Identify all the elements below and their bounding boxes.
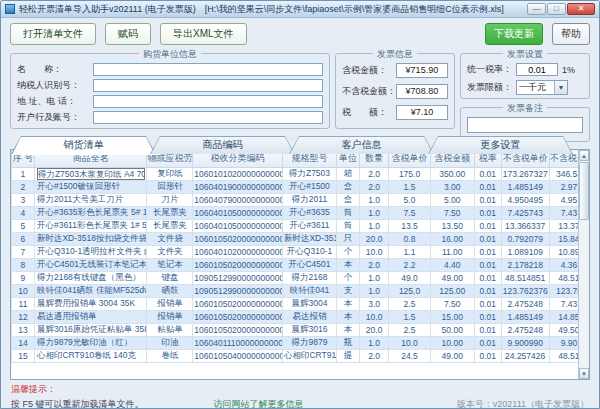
vertical-scrollbar[interactable]: ▲ ▼	[578, 150, 589, 379]
row-number-cell[interactable]: 3	[12, 193, 35, 206]
table-cell[interactable]: 0.01	[474, 349, 501, 362]
table-cell[interactable]: 1.089109	[501, 245, 549, 258]
table-cell[interactable]: 得力9879	[282, 336, 336, 349]
open-list-file-button[interactable]: 打开清单文件	[10, 23, 96, 45]
table-cell[interactable]: 11.00	[430, 245, 474, 258]
table-cell[interactable]: 7.50	[430, 297, 474, 310]
tab-sales-list[interactable]: 销货清单	[11, 136, 156, 154]
table-cell[interactable]: 0.01	[474, 193, 501, 206]
table-cell[interactable]: 易达通用报销单	[34, 310, 147, 323]
table-cell[interactable]: 0.01	[474, 219, 501, 232]
tab-customer-info[interactable]: 客户信息	[289, 136, 434, 154]
row-number-cell[interactable]: 8	[12, 258, 35, 271]
table-cell[interactable]: 0.01	[474, 232, 501, 245]
table-cell[interactable]: 1.0	[360, 219, 389, 232]
table-cell[interactable]: 13.50	[430, 219, 474, 232]
table-cell[interactable]: 得力2168有线键盘（黑色）	[34, 271, 147, 284]
table-cell[interactable]: 本	[337, 258, 360, 271]
table-cell[interactable]: 10.0	[360, 245, 389, 258]
invoice-limit-select[interactable]: 一千元 ▼	[516, 80, 568, 95]
table-cell[interactable]: 10.89	[549, 245, 578, 258]
table-cell[interactable]: 提	[337, 349, 360, 362]
table-cell[interactable]: 3.00	[430, 180, 474, 193]
table-cell[interactable]: 7.5	[389, 206, 431, 219]
table-cell[interactable]: 报销单	[147, 297, 193, 310]
buyer-address-input[interactable]	[93, 95, 323, 108]
table-cell[interactable]: 48.514851	[501, 271, 549, 284]
table-cell[interactable]: 48.51	[549, 271, 578, 284]
help-button[interactable]: 帮助	[552, 23, 590, 45]
table-cell[interactable]: 1060105020000000000	[193, 323, 283, 336]
table-cell[interactable]: 1.0	[360, 284, 389, 297]
table-cell[interactable]: 16.00	[430, 232, 474, 245]
table-cell[interactable]: 易达报销	[282, 310, 336, 323]
table-cell[interactable]: 晨辉3016原始凭证粘贴单 35K	[34, 323, 147, 336]
table-cell[interactable]: 开心Q310-1透明拉杆文件夹 白色	[34, 245, 147, 258]
table-cell[interactable]: 粘贴单	[147, 323, 193, 336]
table-cell[interactable]: 得力Z7503木浆复印纸 A4 70克 8包	[34, 167, 147, 180]
download-update-button[interactable]: 下载更新	[485, 23, 543, 45]
table-cell[interactable]: 1.0	[360, 206, 389, 219]
table-cell[interactable]: 开心#3635彩色长尾票夹 5# 19mm 40只/筒	[34, 206, 147, 219]
table-cell[interactable]: 1060401110000000000	[193, 336, 283, 349]
table-cell[interactable]: 173.267327	[501, 167, 549, 180]
table-cell[interactable]: 回形针	[147, 180, 193, 193]
table-cell[interactable]: 刀片	[147, 193, 193, 206]
table-cell[interactable]: 0.01	[474, 206, 501, 219]
table-cell[interactable]: 开心#3635	[282, 206, 336, 219]
table-cell[interactable]: 2.5	[389, 323, 431, 336]
table-cell[interactable]: 本	[337, 310, 360, 323]
minimize-button[interactable]: —	[527, 3, 546, 15]
row-number-cell[interactable]: 15	[12, 349, 35, 362]
row-number-cell[interactable]: 12	[12, 310, 35, 323]
table-cell[interactable]: 10.0	[360, 310, 389, 323]
table-cell[interactable]: 1.1	[389, 245, 431, 258]
table-cell[interactable]: 4.95	[549, 193, 578, 206]
table-cell[interactable]: 7.43	[549, 206, 578, 219]
tab-more-settings[interactable]: 更多设置	[428, 136, 573, 154]
table-cell[interactable]: 得力2168	[282, 271, 336, 284]
table-cell[interactable]: 笔记本	[147, 258, 193, 271]
row-number-cell[interactable]: 2	[12, 180, 35, 193]
table-cell[interactable]: 10.00	[430, 336, 474, 349]
table-cell[interactable]: 2.97	[549, 180, 578, 193]
table-cell[interactable]: 20.0	[360, 323, 389, 336]
tab-goods-code[interactable]: 商品编码	[150, 136, 295, 154]
table-cell[interactable]: 硒鼓	[147, 284, 193, 297]
table-cell[interactable]: 1060407900000000000	[193, 193, 283, 206]
table-cell[interactable]: 24.257426	[501, 349, 549, 362]
chevron-down-icon[interactable]: ▼	[554, 81, 567, 94]
table-cell[interactable]: 50.00	[430, 323, 474, 336]
table-cell[interactable]: 1.5	[389, 310, 431, 323]
close-button[interactable]: ✕	[567, 3, 595, 15]
table-cell[interactable]: 9.900990	[501, 336, 549, 349]
table-cell[interactable]: 1.485149	[501, 180, 549, 193]
table-cell[interactable]: 开心#3611彩色长尾票夹 1# 50mm 12只/筒	[34, 219, 147, 232]
table-cell[interactable]: 2.0	[360, 167, 389, 180]
table-cell[interactable]: 0.01	[474, 336, 501, 349]
table-cell[interactable]: 2.0	[360, 349, 389, 362]
table-cell[interactable]: 心相印CRT910	[282, 349, 336, 362]
table-cell[interactable]: 1090512990000000000	[193, 271, 283, 284]
table-cell[interactable]: 新时达XD-3518按扣袋文件袋白色	[34, 232, 147, 245]
table-cell[interactable]: 箱	[337, 167, 360, 180]
table-cell[interactable]: 得力2011	[282, 193, 336, 206]
table-cell[interactable]: 15.84	[549, 232, 578, 245]
row-number-cell[interactable]: 14	[12, 336, 35, 349]
table-cell[interactable]: 7.43	[549, 297, 578, 310]
table-cell[interactable]: 350.00	[430, 167, 474, 180]
table-cell[interactable]: 1060101020000000000	[193, 167, 283, 180]
table-cell[interactable]: 晨辉费用报销单 3004 35K	[34, 297, 147, 310]
table-cell[interactable]: 1060401020000000000	[193, 245, 283, 258]
table-cell[interactable]: 2.0	[360, 180, 389, 193]
table-cell[interactable]: 125.00	[430, 284, 474, 297]
table-cell[interactable]: 2.0	[360, 258, 389, 271]
table-cell[interactable]: 1060401050000000000	[193, 206, 283, 219]
table-cell[interactable]: 175.0	[389, 167, 431, 180]
table-cell[interactable]: 个	[337, 271, 360, 284]
table-cell[interactable]: 1060105020000000000	[193, 310, 283, 323]
table-cell[interactable]: 文件夹	[147, 245, 193, 258]
table-cell[interactable]: 开心Q310-1	[282, 245, 336, 258]
table-cell[interactable]: 14.85	[549, 310, 578, 323]
table-cell[interactable]: 1.485149	[501, 310, 549, 323]
